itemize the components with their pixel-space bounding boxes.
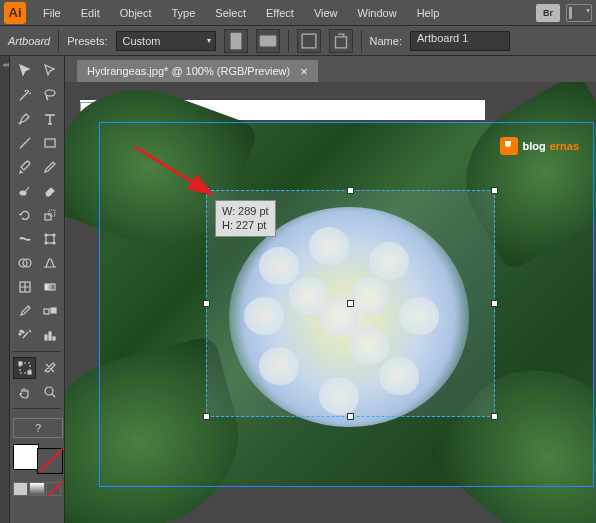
handle-s[interactable] bbox=[347, 413, 354, 420]
svg-point-10 bbox=[53, 234, 55, 236]
svg-point-20 bbox=[19, 333, 21, 335]
svg-rect-7 bbox=[49, 210, 55, 216]
svg-rect-27 bbox=[28, 371, 31, 374]
svg-rect-0 bbox=[230, 32, 241, 49]
line-tool[interactable] bbox=[13, 132, 36, 154]
menu-file[interactable]: File bbox=[34, 3, 70, 23]
svg-rect-24 bbox=[53, 337, 55, 340]
zoom-tool[interactable] bbox=[38, 381, 61, 403]
pen-tool[interactable] bbox=[13, 108, 36, 130]
menu-select[interactable]: Select bbox=[206, 3, 255, 23]
blob-brush-tool[interactable] bbox=[13, 180, 36, 202]
svg-point-11 bbox=[45, 242, 47, 244]
handle-w[interactable] bbox=[203, 300, 210, 307]
svg-point-28 bbox=[45, 387, 53, 395]
new-artboard-button[interactable] bbox=[297, 29, 321, 53]
divider bbox=[361, 30, 362, 52]
panel-dock-left[interactable]: ◂◂ bbox=[0, 56, 10, 523]
menu-help[interactable]: Help bbox=[408, 3, 449, 23]
mesh-tool[interactable] bbox=[13, 276, 36, 298]
watermark-icon bbox=[500, 137, 518, 155]
menu-window[interactable]: Window bbox=[349, 3, 406, 23]
artboard-name-input[interactable]: Artboard 1 bbox=[410, 31, 510, 51]
rotate-tool[interactable] bbox=[13, 204, 36, 226]
gradient-mode[interactable] bbox=[29, 482, 44, 496]
eyedropper-tool[interactable] bbox=[13, 300, 36, 322]
lasso-tool[interactable] bbox=[38, 84, 61, 106]
width-tool[interactable] bbox=[13, 228, 36, 250]
shape-builder-tool[interactable] bbox=[13, 252, 36, 274]
workspace-switcher[interactable] bbox=[566, 4, 592, 22]
svg-rect-17 bbox=[44, 309, 49, 314]
divider bbox=[58, 30, 59, 52]
paintbrush-tool[interactable] bbox=[13, 156, 36, 178]
divider bbox=[288, 30, 289, 52]
stroke-color[interactable] bbox=[37, 448, 63, 474]
svg-rect-1 bbox=[259, 35, 276, 46]
perspective-grid-tool[interactable] bbox=[38, 252, 61, 274]
tab-title: Hydrangeas.jpg* @ 100% (RGB/Preview) bbox=[87, 65, 290, 77]
gradient-tool[interactable] bbox=[38, 276, 61, 298]
column-graph-tool[interactable] bbox=[38, 324, 61, 346]
presets-label: Presets: bbox=[67, 35, 107, 47]
handle-ne[interactable] bbox=[491, 187, 498, 194]
fill-stroke-swatch[interactable] bbox=[13, 444, 63, 474]
size-tooltip: W: 289 pt H: 227 pt bbox=[215, 200, 276, 237]
slice-tool[interactable] bbox=[38, 357, 61, 379]
handle-sw[interactable] bbox=[203, 413, 210, 420]
color-mode[interactable] bbox=[13, 482, 28, 496]
menu-object[interactable]: Object bbox=[111, 3, 161, 23]
svg-rect-8 bbox=[46, 235, 54, 243]
menu-type[interactable]: Type bbox=[163, 3, 205, 23]
bridge-button[interactable]: Br bbox=[536, 4, 560, 22]
presets-dropdown[interactable]: Custom bbox=[116, 31, 216, 51]
document-tab[interactable]: Hydrangeas.jpg* @ 100% (RGB/Preview) × bbox=[77, 60, 318, 82]
artboard-tool[interactable] bbox=[13, 357, 36, 379]
tab-close-icon[interactable]: × bbox=[300, 64, 308, 79]
svg-rect-18 bbox=[51, 308, 56, 313]
svg-rect-2 bbox=[302, 34, 316, 48]
type-tool[interactable] bbox=[38, 108, 61, 130]
watermark: blogernas bbox=[500, 137, 579, 155]
svg-point-12 bbox=[53, 242, 55, 244]
svg-point-21 bbox=[22, 331, 24, 333]
rectangle-tool[interactable] bbox=[38, 132, 61, 154]
svg-line-29 bbox=[135, 147, 212, 194]
menu-edit[interactable]: Edit bbox=[72, 3, 109, 23]
none-mode[interactable] bbox=[46, 482, 61, 496]
tab-bar: Hydrangeas.jpg* @ 100% (RGB/Preview) × bbox=[65, 56, 596, 82]
landscape-button[interactable] bbox=[256, 29, 280, 53]
app-icon: Ai bbox=[4, 2, 26, 24]
handle-center[interactable] bbox=[347, 300, 354, 307]
pencil-tool[interactable] bbox=[38, 156, 61, 178]
tools-panel: ? bbox=[10, 56, 65, 523]
menu-view[interactable]: View bbox=[305, 3, 347, 23]
svg-rect-4 bbox=[45, 139, 55, 147]
options-bar: Artboard Presets: Custom Name: Artboard … bbox=[0, 26, 596, 56]
svg-rect-22 bbox=[45, 335, 47, 340]
fill-color[interactable] bbox=[13, 444, 39, 470]
document-area: Hydrangeas.jpg* @ 100% (RGB/Preview) × 0… bbox=[65, 56, 596, 523]
scale-tool[interactable] bbox=[38, 204, 61, 226]
delete-artboard-button[interactable] bbox=[329, 29, 353, 53]
magic-wand-tool[interactable] bbox=[13, 84, 36, 106]
eraser-tool[interactable] bbox=[38, 180, 61, 202]
name-label: Name: bbox=[370, 35, 402, 47]
free-transform-tool[interactable] bbox=[38, 228, 61, 250]
symbol-sprayer-tool[interactable] bbox=[13, 324, 36, 346]
svg-rect-26 bbox=[19, 362, 22, 365]
watermark-text-1: blog bbox=[522, 140, 545, 152]
help-button[interactable]: ? bbox=[13, 418, 63, 438]
svg-point-9 bbox=[45, 234, 47, 236]
selection-tool[interactable] bbox=[13, 60, 36, 82]
tool-name-label: Artboard bbox=[8, 35, 50, 47]
menu-effect[interactable]: Effect bbox=[257, 3, 303, 23]
direct-selection-tool[interactable] bbox=[38, 60, 61, 82]
handle-se[interactable] bbox=[491, 413, 498, 420]
canvas[interactable]: 01 - Artboard 1 blogernas ⤡ bbox=[65, 82, 596, 523]
portrait-button[interactable] bbox=[224, 29, 248, 53]
handle-n[interactable] bbox=[347, 187, 354, 194]
hand-tool[interactable] bbox=[13, 381, 36, 403]
blend-tool[interactable] bbox=[38, 300, 61, 322]
handle-e[interactable] bbox=[491, 300, 498, 307]
